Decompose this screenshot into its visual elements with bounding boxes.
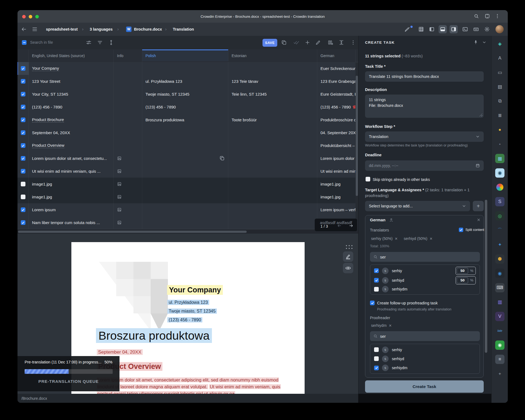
source-cell[interactable]: Lorem ipsum — [29, 203, 114, 216]
panel-scrollbar[interactable] — [485, 200, 487, 353]
preview-visibility-button[interactable] — [343, 263, 353, 273]
language-select[interactable]: Select language to add... — [365, 201, 470, 211]
browser-extensions-icon[interactable] — [485, 13, 490, 19]
percent-input[interactable]: 50 — [457, 277, 468, 283]
more-options-icon[interactable] — [350, 40, 356, 45]
grid-view-icon[interactable] — [418, 26, 424, 32]
estonian-cell[interactable] — [228, 126, 317, 139]
estonian-cell[interactable] — [228, 190, 317, 203]
table-row[interactable]: image1.jpg image1.jpg — [18, 190, 355, 204]
assignee-checkbox[interactable] — [374, 356, 379, 361]
estonian-cell[interactable] — [228, 178, 317, 190]
polish-cell[interactable] — [142, 62, 228, 75]
description-textarea[interactable]: 11 strings File: Brochure.docx — [365, 95, 484, 118]
breadcrumb-languages[interactable]: 3 languages — [90, 23, 113, 36]
pretranslation-queue-link[interactable]: PRE-TRANSLATION QUEUE — [18, 379, 119, 384]
source-cell[interactable]: (123) 456 - 7890 — [29, 101, 114, 113]
source-cell[interactable]: September 04, 20XX — [29, 126, 114, 139]
table-row[interactable]: September 04, 20XX 04. September 20X — [18, 126, 355, 139]
column-header-polish[interactable]: Polish — [142, 49, 228, 61]
estonian-cell[interactable] — [228, 101, 317, 113]
ai-pen-icon[interactable] — [404, 26, 410, 32]
browser-menu-icon[interactable] — [495, 13, 500, 19]
german-cell[interactable]: Produktübersicht – — [317, 139, 355, 152]
row-checkbox[interactable] — [21, 156, 25, 161]
browser-search-icon[interactable] — [474, 13, 479, 19]
source-cell[interactable]: 123 Your Street — [29, 75, 114, 88]
polish-cell[interactable] — [142, 126, 228, 139]
next-page-icon[interactable] — [349, 223, 354, 228]
chat-app-icon[interactable]: ▭ — [495, 68, 504, 77]
polish-cell[interactable]: Twoje miasto, ST 12345 — [142, 88, 228, 101]
assignee-option[interactable]: s serhiydm — [370, 286, 480, 292]
polish-cell[interactable]: Broszura produktowa — [142, 113, 228, 126]
assignee-option[interactable]: s serhiyd 50% — [370, 276, 480, 284]
table-row[interactable]: Nam liber tempor cum soluta nobis ... — [18, 216, 355, 229]
workflow-step-select[interactable]: Translation — [365, 131, 484, 142]
polish-cell[interactable] — [142, 152, 228, 165]
bottom-panel-toggle[interactable] — [439, 25, 447, 33]
task-title-input[interactable]: Translate 11 strings from Brochure.docx — [365, 71, 484, 82]
purple-v-app-icon[interactable]: V — [495, 312, 504, 321]
edit-icon[interactable] — [315, 40, 321, 45]
scrollbar-thumb[interactable] — [18, 231, 247, 233]
create-task-button[interactable]: Create Task — [365, 380, 484, 393]
estonian-cell[interactable] — [228, 216, 317, 229]
row-checkbox[interactable] — [21, 182, 25, 186]
source-cell[interactable]: Your Company — [29, 62, 114, 75]
remove-tag-icon[interactable]: ✕ — [430, 237, 433, 241]
row-checkbox[interactable] — [21, 66, 25, 71]
blue-arc-app-icon[interactable]: ⌒ — [495, 226, 504, 235]
source-cell[interactable]: Product Brochure — [29, 113, 114, 126]
keyboard-icon[interactable] — [473, 26, 479, 32]
translate-app-icon[interactable]: A — [495, 54, 504, 63]
green-eye-app-icon[interactable]: ◉ — [495, 340, 504, 350]
table-row[interactable]: 123 Your Street ul. Przykładowa 123 123 … — [18, 75, 355, 88]
assignee-checkbox[interactable] — [374, 268, 379, 273]
row-checkbox[interactable] — [21, 118, 25, 122]
remove-tag-icon[interactable]: ✕ — [395, 237, 398, 241]
followup-checkbox[interactable] — [370, 301, 375, 305]
split-content-checkbox[interactable] — [459, 228, 463, 232]
checkbox-column-header[interactable] — [18, 49, 29, 62]
left-panel-icon[interactable] — [429, 26, 435, 32]
polish-cell[interactable] — [142, 139, 228, 152]
commit-history-icon[interactable] — [108, 40, 114, 45]
row-checkbox[interactable] — [21, 169, 25, 174]
console-icon[interactable] — [462, 26, 468, 32]
assignee-checkbox[interactable] — [374, 278, 379, 283]
copy-source-icon[interactable] — [219, 155, 225, 161]
select-all-checkbox[interactable] — [22, 40, 27, 45]
source-cell[interactable]: image1.jpg — [29, 178, 114, 190]
yellow-app-icon[interactable]: ● — [495, 125, 504, 134]
late-text-app-icon[interactable]: late — [495, 326, 504, 335]
estonian-cell[interactable]: 123 Teie tänav — [228, 75, 317, 88]
table-row[interactable]: Your Company Euer Schreckensunt — [18, 62, 355, 75]
pages-app-icon[interactable]: ⧉ — [495, 96, 504, 106]
resize-grip[interactable] — [479, 113, 482, 116]
estonian-cell[interactable] — [228, 152, 317, 165]
assignee-checkbox[interactable] — [374, 347, 379, 352]
estonian-cell[interactable] — [228, 165, 317, 178]
row-checkbox[interactable] — [21, 195, 25, 199]
user-avatar[interactable] — [495, 25, 504, 33]
s-app-icon[interactable]: S — [495, 197, 504, 206]
table-row[interactable]: Your City, ST 12345 Twoje miasto, ST 123… — [18, 88, 355, 101]
table-row[interactable]: Lorem ipsum Lorem ipsum – verf — [18, 203, 355, 216]
lens-app-icon[interactable]: ◉ — [495, 269, 504, 278]
assignee-option[interactable]: s serhiydm — [370, 365, 480, 371]
source-cell[interactable]: Ut wisi enim ad minim veniam, quis ... — [29, 165, 114, 178]
estonian-cell[interactable] — [228, 203, 317, 216]
polish-cell[interactable]: (123) 456 - 7890 — [142, 101, 228, 113]
row-checkbox[interactable] — [21, 79, 25, 84]
teal-swirl-app-icon[interactable]: ◈ — [495, 39, 504, 48]
adjust-filters-icon[interactable] — [86, 40, 92, 45]
polish-cell[interactable] — [142, 203, 228, 216]
row-checkbox[interactable] — [21, 130, 25, 135]
column-header-estonian[interactable]: Estonian — [228, 49, 317, 62]
german-cell[interactable]: Ut wisi enim ad min — [317, 165, 355, 178]
filter-icon[interactable] — [97, 40, 103, 45]
table-vertical-scrollbar[interactable] — [356, 76, 358, 196]
deadline-input[interactable]: dd.mm.yyyy, --:-- — [365, 160, 484, 171]
source-cell[interactable]: image1.jpg — [29, 190, 114, 203]
